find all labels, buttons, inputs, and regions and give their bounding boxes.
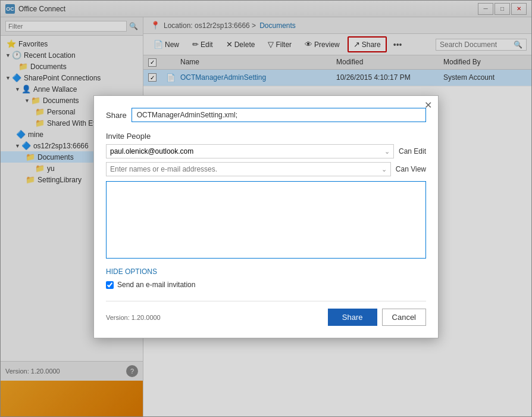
share-filename-row: Share [106, 108, 426, 122]
send-email-checkbox[interactable] [106, 281, 114, 289]
share-confirm-button[interactable]: Share [328, 309, 377, 326]
invite-section: Invite People ⌄ Can Edit ⌄ Can View [106, 132, 426, 176]
share-label: Share [106, 111, 127, 120]
can-view-button[interactable]: Can View [396, 165, 426, 173]
dialog-actions: Share Cancel [328, 309, 426, 326]
dialog-version: Version: 1.20.0000 [106, 314, 161, 321]
dialog-footer: Version: 1.20.0000 Share Cancel [106, 301, 426, 326]
email-chevron-icon: ⌄ [384, 148, 390, 155]
modal-overlay: ✕ Share Invite People ⌄ Can Edit ⌄ Ca [0, 0, 532, 417]
send-email-label: Send an e-mail invitation [117, 281, 195, 289]
hide-options-link[interactable]: HIDE OPTIONS [106, 267, 426, 276]
invite-email-input-wrap: ⌄ [106, 162, 391, 176]
invite-row-empty: ⌄ Can View [106, 162, 426, 176]
invited-email-input-wrap: ⌄ [106, 144, 394, 158]
dialog-close-button[interactable]: ✕ [424, 101, 432, 110]
invited-email-input[interactable] [110, 147, 382, 155]
invite-email-input[interactable] [110, 165, 379, 173]
share-filename-input[interactable] [132, 108, 426, 122]
message-textarea[interactable] [106, 181, 426, 259]
can-edit-button[interactable]: Can Edit [399, 147, 426, 155]
send-email-row: Send an e-mail invitation [106, 281, 426, 289]
invite-row-filled: ⌄ Can Edit [106, 144, 426, 158]
invite-title: Invite People [106, 132, 426, 141]
share-dialog: ✕ Share Invite People ⌄ Can Edit ⌄ Ca [93, 95, 439, 338]
cancel-button[interactable]: Cancel [382, 309, 426, 326]
invite-chevron-icon: ⌄ [381, 166, 387, 173]
